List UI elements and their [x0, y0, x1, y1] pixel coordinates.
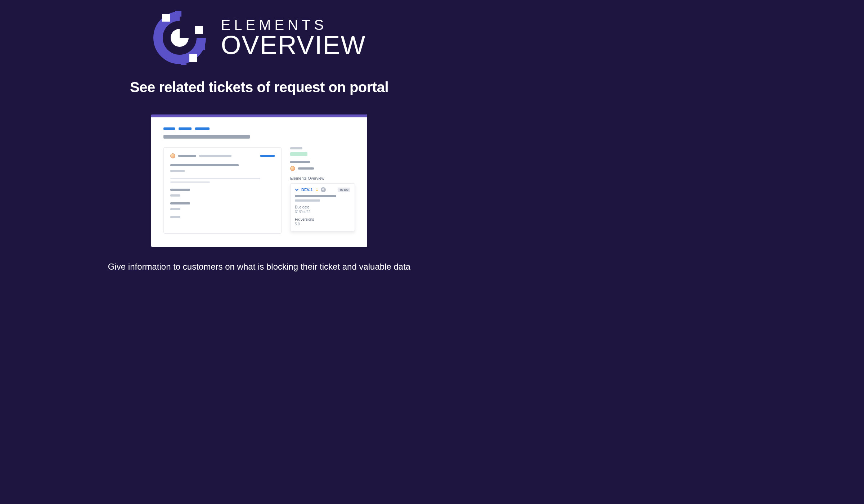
hero-header: ELEMENTS OVERVIEW	[0, 0, 518, 65]
chevron-down-icon[interactable]	[295, 188, 298, 192]
svg-rect-5	[181, 59, 186, 65]
svg-rect-2	[189, 54, 197, 62]
field-value: 5.0	[295, 222, 350, 226]
status-badge: TO DO	[338, 188, 350, 192]
brand-logo	[153, 11, 207, 65]
brand-name-top: ELEMENTS	[221, 18, 366, 32]
request-card	[163, 147, 282, 234]
svg-rect-0	[162, 14, 170, 22]
tab-placeholder	[195, 127, 210, 130]
page-headline: See related tickets of request on portal	[0, 79, 518, 95]
avatar	[170, 153, 175, 158]
related-ticket-card[interactable]: DEV-1 = TO DO Due date 31/Oct/22 Fix ver…	[290, 183, 355, 231]
svg-rect-4	[175, 11, 181, 17]
priority-icon: =	[316, 187, 318, 192]
tab-placeholder	[179, 127, 192, 130]
section-title: Elements Overview	[290, 176, 355, 180]
link-placeholder	[260, 155, 275, 157]
page-caption: Give information to customers on what is…	[0, 262, 518, 272]
mock-title-placeholder	[163, 135, 250, 139]
status-pill	[290, 152, 307, 156]
brand-text: ELEMENTS OVERVIEW	[221, 18, 366, 58]
side-panel: Elements Overview DEV-1 = TO DO Due date	[290, 147, 355, 234]
field-value: 31/Oct/22	[295, 210, 350, 214]
ticket-key-link[interactable]: DEV-1	[301, 188, 313, 192]
svg-rect-6	[199, 44, 205, 50]
portal-mock-window: Elements Overview DEV-1 = TO DO Due date	[151, 114, 367, 247]
svg-rect-3	[157, 25, 163, 31]
field-label: Due date	[295, 205, 350, 209]
svg-rect-1	[195, 26, 203, 34]
mock-tabs	[163, 127, 355, 130]
brand-name-bottom: OVERVIEW	[221, 32, 366, 58]
avatar	[290, 166, 295, 171]
assignee-icon	[321, 187, 326, 192]
tab-placeholder	[163, 127, 175, 130]
window-topbar	[151, 114, 367, 117]
field-label: Fix versions	[295, 217, 350, 221]
